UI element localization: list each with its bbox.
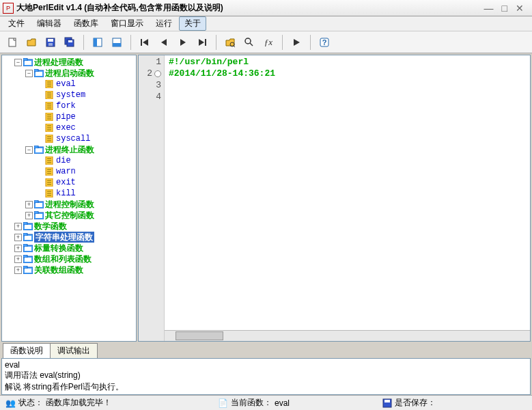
folder-icon: [23, 222, 33, 230]
tree-folder[interactable]: +其它控制函数: [25, 210, 135, 221]
tree-leaf[interactable]: kill: [36, 188, 135, 199]
horizontal-scrollbar[interactable]: [165, 330, 530, 341]
maximize-button[interactable]: □: [502, 3, 507, 14]
menu-bar: 文件编辑器函数库窗口显示运行关于: [0, 16, 532, 31]
tree-folder[interactable]: −进程启动函数: [25, 68, 135, 79]
tree-label: fork: [56, 100, 76, 111]
description-pane: eval调用语法 eval(string)解说 将string看作Perl语句执…: [1, 358, 531, 395]
line-number: 2: [139, 68, 161, 80]
find-replace-button[interactable]: [241, 34, 257, 51]
tree-label: kill: [56, 188, 76, 199]
code-line[interactable]: #!/usr/bin/perl: [169, 57, 526, 68]
status-icon: 👥: [5, 398, 16, 408]
menu-3[interactable]: 窗口显示: [105, 16, 149, 31]
folder-icon: [34, 146, 44, 154]
tree-folder[interactable]: +关联数组函数: [14, 264, 135, 275]
save-button[interactable]: [42, 34, 59, 51]
tree-label: exit: [56, 177, 76, 188]
tree-leaf[interactable]: die: [36, 155, 135, 166]
expander-icon[interactable]: +: [14, 223, 22, 230]
run-button[interactable]: [288, 34, 305, 51]
tree-leaf[interactable]: warn: [36, 166, 135, 177]
current-fn-icon: 📄: [218, 398, 228, 408]
tree-folder[interactable]: +字符串处理函数: [14, 232, 135, 243]
editor-pane[interactable]: 1234 #!/usr/bin/perl#2014/11/28-14:36:21: [138, 55, 531, 342]
svg-rect-51: [36, 148, 42, 152]
panel-bottom-button[interactable]: [109, 34, 125, 51]
open-file-button[interactable]: [23, 34, 40, 51]
tree-label: die: [56, 155, 71, 166]
svg-rect-2: [48, 39, 53, 42]
help-button[interactable]: ?: [316, 34, 333, 51]
svg-rect-70: [36, 203, 42, 207]
menu-2[interactable]: 函数库: [68, 16, 104, 31]
file-icon: [45, 113, 55, 121]
menu-1[interactable]: 编辑器: [31, 16, 67, 31]
svg-rect-23: [34, 69, 38, 72]
expander-icon[interactable]: +: [14, 266, 22, 274]
tree-folder[interactable]: +数学函数: [14, 221, 135, 232]
tree-folder[interactable]: +数组和列表函数: [14, 254, 135, 264]
file-icon: [45, 167, 55, 176]
code-area[interactable]: #!/usr/bin/perl#2014/11/28-14:36:21: [165, 55, 530, 341]
saved-label: 是否保存：: [395, 397, 436, 409]
fx-button[interactable]: ƒx: [260, 34, 277, 51]
tree-folder[interactable]: −进程处理函数: [14, 57, 135, 68]
svg-text:?: ?: [322, 38, 327, 46]
code-line[interactable]: [169, 92, 526, 103]
expander-icon: [36, 81, 44, 88]
svg-rect-24: [36, 72, 42, 76]
tree-leaf[interactable]: system: [36, 90, 135, 100]
description-line: 解说 将string看作Perl语句执行。: [5, 381, 527, 393]
find-button[interactable]: [222, 34, 238, 51]
svg-rect-20: [23, 58, 27, 61]
new-file-button[interactable]: [4, 34, 20, 51]
svg-rect-72: [34, 211, 38, 214]
expander-icon[interactable]: −: [25, 70, 33, 77]
menu-4[interactable]: 运行: [150, 16, 178, 31]
expander-icon[interactable]: +: [25, 212, 33, 219]
bottom-tab-0[interactable]: 函数说明: [3, 343, 51, 358]
file-icon: [45, 91, 55, 99]
tree-label: 进程处理函数: [34, 57, 83, 68]
code-line[interactable]: [169, 80, 526, 92]
tree-leaf[interactable]: syscall: [36, 133, 135, 144]
tree-folder[interactable]: +标量转换函数: [14, 243, 135, 254]
folder-icon: [34, 69, 44, 77]
app-icon: P: [3, 3, 14, 14]
close-button[interactable]: ✕: [516, 3, 524, 14]
nav-prev-button[interactable]: [156, 34, 172, 51]
menu-5[interactable]: 关于: [179, 16, 206, 31]
minimize-button[interactable]: —: [484, 3, 494, 14]
expander-icon[interactable]: −: [14, 59, 22, 66]
expander-icon[interactable]: +: [14, 234, 22, 241]
bottom-tab-1[interactable]: 调试输出: [50, 343, 98, 358]
nav-first-button[interactable]: [137, 34, 153, 51]
menu-0[interactable]: 文件: [3, 16, 30, 31]
expander-icon[interactable]: +: [14, 245, 22, 252]
panel-left-button[interactable]: [89, 34, 106, 51]
line-gutter: 1234: [139, 55, 165, 341]
expander-icon: [36, 190, 44, 197]
expander-icon[interactable]: +: [14, 256, 22, 263]
tree-leaf[interactable]: fork: [36, 100, 135, 111]
expander-icon[interactable]: +: [25, 201, 33, 208]
code-line[interactable]: #2014/11/28-14:36:21: [169, 68, 526, 80]
nav-last-button[interactable]: [194, 34, 210, 51]
tree-label: warn: [56, 166, 76, 177]
tree-leaf[interactable]: pipe: [36, 111, 135, 122]
nav-next-button[interactable]: [175, 34, 191, 51]
tree-folder[interactable]: +进程控制函数: [25, 199, 135, 210]
file-icon: [45, 124, 55, 132]
expander-icon[interactable]: −: [25, 146, 33, 154]
status-state-label: 状态：: [18, 397, 43, 409]
breakpoint-icon[interactable]: [154, 70, 161, 77]
function-tree-pane[interactable]: −进程处理函数−进程启动函数evalsystemforkpipeexecsysc…: [1, 55, 137, 342]
tree-leaf[interactable]: eval: [36, 79, 135, 90]
tree-leaf[interactable]: exec: [36, 122, 135, 133]
folder-icon: [34, 200, 44, 208]
tree-folder[interactable]: −进程终止函数: [25, 144, 135, 155]
tree-leaf[interactable]: exit: [36, 177, 135, 188]
file-icon: [45, 102, 55, 110]
save-all-button[interactable]: [61, 34, 78, 51]
